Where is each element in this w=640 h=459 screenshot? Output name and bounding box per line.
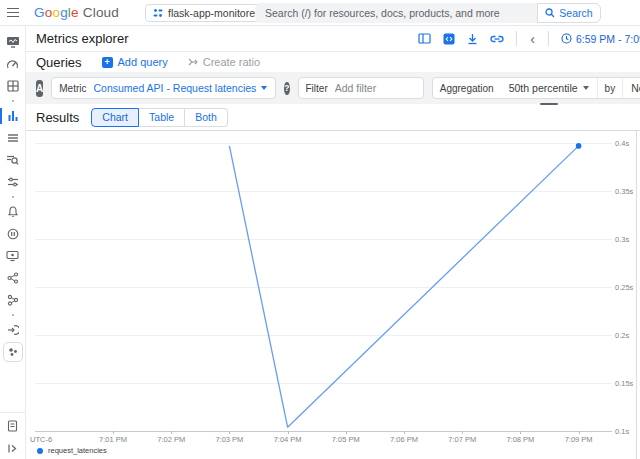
divider — [516, 31, 517, 46]
results-bar: Results Chart Table Both — [26, 104, 640, 131]
search-button[interactable]: Search — [537, 3, 601, 23]
aggregation-box: Aggregation 50th percentile by None — [432, 77, 640, 99]
sidebar-separator-dot — [0, 97, 25, 105]
tab-chart[interactable]: Chart — [91, 108, 139, 127]
share-plus-icon[interactable] — [0, 289, 25, 311]
search-button-label: Search — [559, 7, 592, 19]
chevron-down-icon — [583, 86, 589, 90]
aggregation-dropdown[interactable]: 50th percentile — [501, 78, 597, 98]
tab-table[interactable]: Table — [139, 108, 185, 127]
collapse-panel-icon[interactable] — [0, 437, 25, 459]
services-hub-icon[interactable] — [0, 267, 25, 289]
project-name: flask-app-monitored — [168, 7, 261, 19]
page-header: Metrics explorer ‹ 6:59 PM - 7:09 PM — [26, 26, 640, 52]
page-title: Metrics explorer — [36, 31, 128, 46]
login-arrow-icon[interactable] — [0, 319, 25, 341]
filter-label: Filter — [299, 83, 335, 94]
vm-screen-icon[interactable] — [0, 245, 25, 267]
left-nav-sidebar — [0, 26, 26, 459]
code-editor-toggle-icon[interactable] — [443, 33, 455, 45]
metric-dropdown[interactable]: Consumed API - Request latencies — [93, 82, 275, 94]
queries-title: Queries — [36, 55, 82, 70]
filter-input[interactable] — [335, 82, 423, 94]
group-by-dropdown[interactable]: None — [622, 78, 640, 98]
sidebar-separator-dot — [0, 311, 25, 319]
search-icon — [545, 8, 555, 18]
metric-value: Consumed API - Request latencies — [93, 82, 256, 94]
add-query-label: Add query — [118, 56, 168, 68]
menu-icon[interactable] — [0, 8, 26, 18]
metrics-explorer-icon[interactable] — [0, 105, 25, 127]
search-input[interactable] — [255, 3, 537, 23]
metric-box: Metric Consumed API - Request latencies — [51, 77, 276, 99]
create-ratio-button[interactable]: Create ratio — [188, 56, 260, 68]
aggregation-underline — [540, 103, 558, 105]
queries-header: Queries + Add query Create ratio — [26, 52, 640, 72]
query-letter-chip[interactable]: A — [36, 80, 43, 97]
merge-icon — [188, 57, 199, 67]
project-icon — [153, 8, 163, 18]
tab-both[interactable]: Both — [185, 108, 228, 127]
book-icon[interactable] — [418, 33, 431, 44]
sidebar-bottom-section — [0, 412, 25, 459]
group-by-value: None — [631, 82, 640, 94]
scrollbar-track[interactable] — [636, 131, 637, 459]
tune-filters-icon[interactable] — [0, 171, 25, 193]
filter-box: Filter — [298, 77, 424, 99]
help-icon[interactable]: ? — [284, 82, 289, 95]
log-search-icon[interactable] — [0, 149, 25, 171]
download-icon[interactable] — [467, 33, 478, 45]
global-search: Search — [255, 3, 601, 23]
results-title: Results — [36, 110, 79, 125]
list-view-icon[interactable] — [0, 127, 25, 149]
clock-icon — [561, 33, 572, 44]
add-query-button[interactable]: + Add query — [102, 56, 168, 68]
aggregation-label: Aggregation — [433, 83, 501, 94]
query-builder-row: A Metric Consumed API - Request latencie… — [26, 72, 640, 104]
time-range-selector[interactable]: 6:59 PM - 7:09 PM — [561, 33, 640, 45]
line-series-svg — [26, 131, 626, 451]
time-range-text: 6:59 PM - 7:09 PM — [576, 33, 640, 45]
by-label: by — [598, 83, 623, 94]
divider — [548, 31, 549, 46]
main-content: Metrics explorer ‹ 6:59 PM - 7:09 PM Que… — [26, 26, 640, 459]
alerting-bell-icon[interactable] — [0, 201, 25, 223]
metric-label: Metric — [52, 83, 93, 94]
monitoring-overview-icon[interactable] — [0, 31, 25, 53]
chart-plot: UTC-6 request_latencies 0.4s0.35s0.3s0.2… — [26, 131, 640, 459]
link-icon[interactable] — [490, 34, 504, 44]
header-actions: ‹ 6:59 PM - 7:09 PM — [418, 31, 640, 46]
results-view-tabs: Chart Table Both — [91, 108, 227, 127]
sidebar-separator-dot — [0, 193, 25, 201]
google-logo: Google Cloud — [34, 5, 119, 20]
create-ratio-label: Create ratio — [203, 56, 260, 68]
gauge-dashboard-icon[interactable] — [0, 53, 25, 75]
release-doc-icon[interactable] — [0, 415, 25, 437]
chevron-down-icon — [261, 86, 267, 90]
add-icon: + — [102, 57, 113, 68]
uptime-pause-icon[interactable] — [0, 223, 25, 245]
chevron-left-icon[interactable]: ‹ — [529, 32, 536, 46]
groups-icon[interactable] — [0, 341, 25, 363]
dashboards-icon[interactable] — [0, 75, 25, 97]
top-app-bar: Google Cloud flask-app-monitored Search — [0, 0, 640, 26]
aggregation-value: 50th percentile — [509, 82, 578, 94]
